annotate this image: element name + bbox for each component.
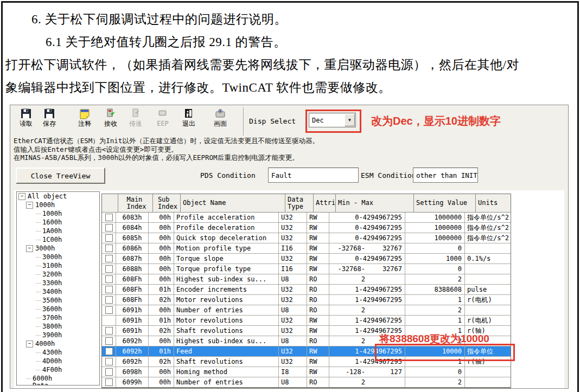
cell-setting-value: 2 bbox=[405, 274, 465, 284]
tree-item-3800h[interactable]: 3800h bbox=[17, 322, 99, 331]
tree-item-3400h[interactable]: 3400h bbox=[17, 287, 99, 296]
cell-checkbox bbox=[102, 254, 116, 264]
table-row[interactable]: 6092h00hHighest sub-index su...U8RO22 bbox=[102, 336, 511, 346]
doc-heading-1: 6. 关于松下伺服调试过程中的问题进行说明。 bbox=[31, 11, 287, 28]
tree-item-label: 1A00h bbox=[42, 227, 62, 235]
min-value: 1- bbox=[329, 348, 363, 355]
disp-select-dropdown[interactable]: Dec ▼ bbox=[309, 113, 356, 127]
save-button[interactable]: 保存 bbox=[37, 108, 62, 134]
tree-connector bbox=[36, 335, 41, 336]
table-row[interactable]: 6092h02hShaft revolutionsU32RW1-42949672… bbox=[102, 357, 511, 367]
max-value: 4294967295 bbox=[363, 255, 405, 262]
tree-item-3600h[interactable]: 3600h bbox=[17, 305, 99, 313]
table-row[interactable]: 6091h00hNumber of entriesU8RO22 bbox=[102, 305, 511, 316]
tree-item-6000h[interactable]: 6000h bbox=[17, 374, 99, 383]
tree-item-3700h[interactable]: 3700h bbox=[17, 313, 99, 322]
table-row[interactable]: 6092h01hFeedU32RW1-429496729510000指令单位 bbox=[102, 346, 511, 357]
cell-units: 指令单位 bbox=[465, 346, 511, 356]
cell-main-index: 6085h bbox=[116, 233, 149, 243]
tree-item-1c00h[interactable]: 1C00h bbox=[17, 235, 99, 244]
table-row[interactable]: 6084h00hProfile decelerationU32RW0-42949… bbox=[102, 223, 511, 233]
table-row[interactable]: 608Fh01hEncoder incrementsU32RO1-4294967… bbox=[102, 285, 511, 295]
tree-item-4f00h[interactable]: 4F00h bbox=[17, 365, 99, 374]
tree-item-3500h[interactable]: 3500h bbox=[17, 296, 99, 305]
row-checkbox[interactable] bbox=[105, 265, 113, 273]
esm-condition-field[interactable]: other than INIT bbox=[413, 168, 478, 183]
row-checkbox[interactable] bbox=[105, 368, 113, 376]
cell-main-index: 6092h bbox=[116, 357, 149, 367]
tree-item-3100h[interactable]: 3100h bbox=[17, 261, 99, 270]
table-row[interactable]: 6091h02hShaft revolutionsU32RW1-42949672… bbox=[102, 326, 511, 336]
cell-setting-value: 2 bbox=[405, 305, 465, 315]
collapse-minus-icon[interactable]: − bbox=[26, 245, 33, 252]
tree-item-1000h[interactable]: 1000h bbox=[17, 209, 99, 218]
send-button[interactable]: 传送 bbox=[123, 108, 148, 134]
cell-object-name: Profile acceleration bbox=[174, 213, 279, 222]
table-row[interactable]: 6098h00hHoming methodI8RW-128-1270 bbox=[102, 367, 511, 377]
screen-button[interactable]: 画面 bbox=[208, 108, 233, 134]
toolbar-button-label: 退出 bbox=[182, 120, 195, 127]
row-checkbox[interactable] bbox=[105, 255, 113, 262]
tree-item-4000h[interactable]: −4000h bbox=[17, 339, 99, 348]
row-checkbox[interactable] bbox=[105, 245, 113, 252]
receive-button[interactable]: 接收 bbox=[98, 108, 123, 134]
tree-item-data[interactable]: Data bbox=[17, 383, 99, 385]
cell-main-index: 608Fh bbox=[116, 295, 149, 305]
cell-setting-value: 1000 bbox=[405, 254, 465, 264]
row-checkbox[interactable] bbox=[105, 327, 113, 335]
cell-data-type: U8 bbox=[279, 274, 307, 284]
tree-item-4300h[interactable]: 4300h bbox=[17, 348, 99, 357]
tree-item-3200h[interactable]: 3200h bbox=[17, 270, 99, 279]
row-checkbox[interactable] bbox=[105, 214, 113, 221]
close-treeview-button[interactable]: Close TreeView bbox=[16, 168, 105, 184]
collapse-minus-icon[interactable]: − bbox=[18, 193, 26, 200]
min-value: 2 bbox=[329, 378, 365, 386]
chevron-down-icon[interactable]: ▼ bbox=[345, 114, 355, 126]
row-checkbox[interactable] bbox=[105, 378, 113, 386]
tree-item-3900h[interactable]: 3900h bbox=[17, 331, 99, 339]
eep-button[interactable]: EEP bbox=[150, 108, 175, 134]
cell-data-type: U32 bbox=[279, 285, 307, 294]
collapse-minus-icon[interactable]: − bbox=[26, 202, 33, 209]
cell-sub-index: 00h bbox=[149, 264, 174, 274]
table-row[interactable]: 6085h00hQuick stop decelerationU32RW0-42… bbox=[102, 233, 511, 243]
collapse-minus-icon[interactable]: − bbox=[26, 340, 33, 348]
tree-item-1a00h[interactable]: 1A00h bbox=[17, 227, 99, 235]
tree-item-3300h[interactable]: 3300h bbox=[17, 279, 99, 287]
tree-item-all-object[interactable]: −All object bbox=[17, 192, 99, 201]
table-row[interactable]: 6088h00hTorque profile typeI16RW-32768-3… bbox=[102, 264, 511, 274]
row-checkbox[interactable] bbox=[105, 224, 113, 232]
row-checkbox[interactable] bbox=[105, 348, 113, 355]
tree-item-4d00h[interactable]: 4D00h bbox=[17, 357, 99, 365]
table-row[interactable]: 6087h00hTorque slopeU32RW0-4294967295100… bbox=[102, 254, 511, 264]
cell-checkbox bbox=[102, 233, 116, 243]
row-checkbox[interactable] bbox=[105, 358, 113, 365]
cell-checkbox bbox=[102, 305, 116, 315]
table-row[interactable]: 6091h01hMotor revolutionsU32RW1-42949672… bbox=[102, 316, 511, 326]
tree-item-1000h[interactable]: −1000h bbox=[17, 201, 99, 209]
row-checkbox[interactable] bbox=[105, 296, 113, 304]
cell-attribute: RW bbox=[307, 243, 329, 253]
row-checkbox[interactable] bbox=[105, 337, 113, 345]
exit-button[interactable]: 退出 bbox=[176, 108, 201, 134]
row-checkbox[interactable] bbox=[105, 286, 113, 293]
row-checkbox[interactable] bbox=[105, 306, 113, 314]
table-row[interactable]: 608Fh02hMotor revolutionsU32RO1-42949672… bbox=[102, 295, 511, 305]
read-button[interactable]: 读取 bbox=[14, 108, 39, 134]
cell-object-name: Motor revolutions bbox=[174, 316, 279, 325]
cell-checkbox bbox=[102, 274, 116, 284]
cell-units: 指令单位/s^2 bbox=[465, 213, 511, 222]
table-row[interactable]: 608Fh00hHighest sub-index su...U8RO22 bbox=[102, 274, 511, 285]
table-row[interactable]: 6083h00hProfile accelerationU32RW0-42949… bbox=[102, 213, 511, 223]
table-row[interactable]: 6099h00hNumber of entriesU8RO22 bbox=[102, 377, 511, 388]
row-checkbox[interactable] bbox=[105, 275, 113, 283]
tree-item-3000h[interactable]: 3000h bbox=[17, 253, 99, 261]
row-checkbox[interactable] bbox=[105, 234, 113, 242]
pds-condition-field[interactable]: Fault bbox=[268, 168, 359, 183]
table-row[interactable]: 6086h00hMotion profile typeI16RW-32768-3… bbox=[102, 243, 511, 254]
cell-sub-index: 00h bbox=[149, 305, 174, 315]
comment-button[interactable]: 注释 bbox=[72, 108, 97, 134]
cell-sub-index: 02h bbox=[149, 357, 174, 367]
tree-item-1600h[interactable]: 1600h bbox=[17, 218, 99, 227]
tree-item-3000h[interactable]: −3000h bbox=[17, 244, 99, 253]
